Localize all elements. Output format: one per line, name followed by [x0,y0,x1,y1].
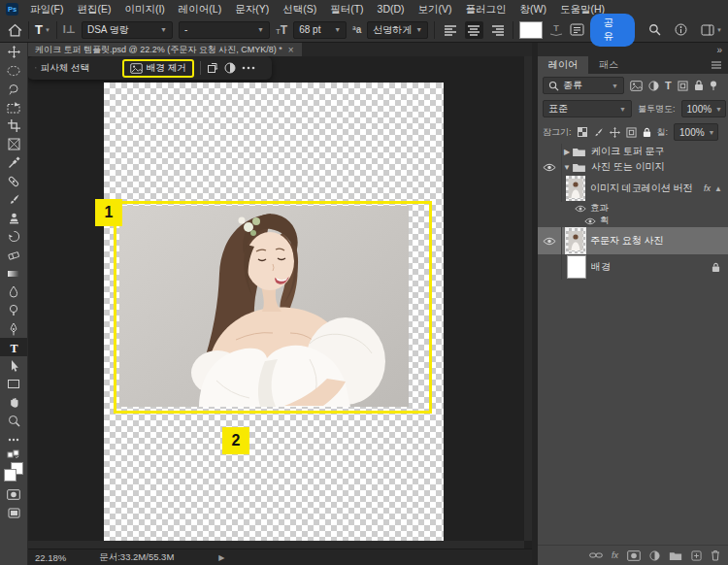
filter-smart-object-icon[interactable] [694,80,704,91]
screen-mode-icon[interactable] [0,504,27,522]
tab-paths[interactable]: 패스 [588,56,629,74]
horizontal-scrollbar[interactable] [27,541,524,548]
menu-view[interactable]: 보기(V) [412,0,459,17]
font-size-select[interactable]: 68 pt ▼ [293,21,347,39]
filter-kind-select[interactable]: 종류 ▼ [543,77,624,94]
layer-thumbnail[interactable] [567,255,586,279]
effects-row[interactable]: 효과 [538,202,728,215]
gradient-tool[interactable] [0,264,27,282]
lock-artboard-icon[interactable] [626,127,637,138]
text-color-swatch[interactable] [519,21,543,39]
eyedropper-tool[interactable] [0,153,27,172]
canvas-viewport[interactable]: 1 피사체 선택 배경 제거 2 [27,56,532,548]
visibility-toggle[interactable] [538,175,562,202]
document-tab[interactable]: 케이크 토퍼 템플릿.psd @ 22.2% (주문자 요청 사진, CMYK/… [27,43,302,56]
quick-mask-icon[interactable] [0,485,27,504]
tab-layers[interactable]: 레이어 [538,56,588,74]
foreground-background-swatches[interactable] [4,462,23,482]
layer-thumbnail[interactable] [566,176,585,201]
adjustment-layer-icon[interactable] [649,550,660,561]
lock-pixels-icon[interactable] [593,127,604,138]
filter-type-icon[interactable]: T [665,80,672,91]
lock-position-icon[interactable] [610,127,620,138]
crop-tool[interactable] [0,116,27,135]
link-layers-icon[interactable] [589,551,603,559]
blur-tool[interactable] [0,282,27,301]
menu-filter[interactable]: 필터(T) [323,0,370,17]
font-family-select[interactable]: DSA 명랑 ▼ [82,21,173,39]
shape-tool[interactable] [0,375,27,393]
edit-toolbar-icon[interactable] [0,430,27,449]
visibility-toggle[interactable] [538,144,562,159]
menu-edit[interactable]: 편집(E) [70,0,117,17]
clone-stamp-tool[interactable] [0,209,27,227]
lock-all-icon[interactable] [643,127,651,138]
menu-select[interactable]: 선택(S) [276,0,323,17]
panel-menu-icon[interactable] [711,60,728,70]
brush-tool[interactable] [0,190,27,209]
filter-pin-icon[interactable] [710,81,717,90]
lock-transparency-icon[interactable] [578,127,587,137]
visibility-toggle[interactable] [538,159,562,175]
path-select-tool[interactable] [0,356,27,375]
anti-alias-select[interactable]: 선명하게 ▼ [367,21,428,39]
collapse-panels-icon[interactable]: » [716,45,722,55]
select-subject-button[interactable]: 피사체 선택 [35,62,89,75]
new-layer-icon[interactable] [691,550,702,561]
menu-type[interactable]: 문자(Y) [228,0,276,17]
default-colors-icon[interactable] [0,449,27,460]
vertical-scrollbar[interactable] [524,56,532,541]
warp-text-icon[interactable]: T [548,22,564,37]
layer-row-customer-photo[interactable]: 주문자 요청 사진 [538,227,728,254]
type-orientation-icon[interactable]: I⊥ [63,23,76,36]
remove-background-button[interactable]: 배경 제거 [122,59,194,78]
move-tool[interactable] [0,43,27,61]
chevron-right-icon[interactable]: ▶ [562,148,572,156]
menu-image[interactable]: 이미지(I) [117,0,171,17]
opacity-select[interactable]: 100% ▼ [681,100,726,117]
filter-adjustment-icon[interactable] [648,81,659,91]
eraser-tool[interactable] [0,246,27,264]
hand-tool[interactable] [0,393,27,412]
share-button[interactable]: 공유 [590,14,635,47]
layer-row-image-decoration[interactable]: 이미지 데코레이션 버전 fx ▲ [538,175,728,202]
history-brush-tool[interactable] [0,227,27,246]
adjustment-icon[interactable] [224,62,236,74]
delete-layer-icon[interactable] [711,549,720,561]
new-group-icon[interactable] [669,550,682,561]
home-icon[interactable] [8,23,22,37]
blend-mode-select[interactable]: 표준 ▼ [543,100,632,117]
ellipse-marquee-tool[interactable] [0,61,27,80]
chevron-down-icon[interactable]: ▼ [562,163,572,172]
pen-tool[interactable] [0,319,27,338]
layer-thumbnail[interactable] [566,228,585,253]
fx-badge[interactable]: fx [704,183,711,193]
layer-row-background[interactable]: 배경 [538,254,728,280]
menu-layer[interactable]: 레이어(L) [172,0,228,17]
layer-style-icon[interactable]: fx [612,550,618,560]
type-tool-preset[interactable]: T ▼ [35,22,50,37]
zoom-tool[interactable] [0,412,27,430]
transform-icon[interactable] [207,62,218,74]
align-right-button[interactable] [489,21,508,39]
menu-3d[interactable]: 3D(D) [371,0,412,17]
menu-window[interactable]: 창(W) [513,0,553,17]
stroke-effect-row[interactable]: 획 [538,215,728,227]
help-icon[interactable] [675,23,687,36]
object-selection-tool[interactable] [0,98,27,116]
type-tool[interactable]: T [0,338,27,356]
menu-plugins[interactable]: 플러그인 [459,0,513,17]
filter-shape-icon[interactable] [678,81,688,91]
layer-row-cake-topper-text[interactable]: ▶ 케이크 토퍼 문구 [538,144,728,159]
close-tab-icon[interactable]: × [288,45,294,55]
search-icon[interactable] [648,23,661,36]
dodge-tool[interactable] [0,301,27,319]
zoom-level-field[interactable]: 22.18% [35,552,66,563]
layer-row-photo-group[interactable]: ▼ 사진 또는 이미지 [538,159,728,175]
more-options-icon[interactable] [242,66,255,70]
visibility-toggle[interactable] [538,254,562,280]
align-center-button[interactable] [465,21,483,39]
collapse-effects-icon[interactable]: ▲ [714,184,722,193]
char-paragraph-panel-icon[interactable] [570,23,584,36]
frame-tool[interactable] [0,135,27,153]
